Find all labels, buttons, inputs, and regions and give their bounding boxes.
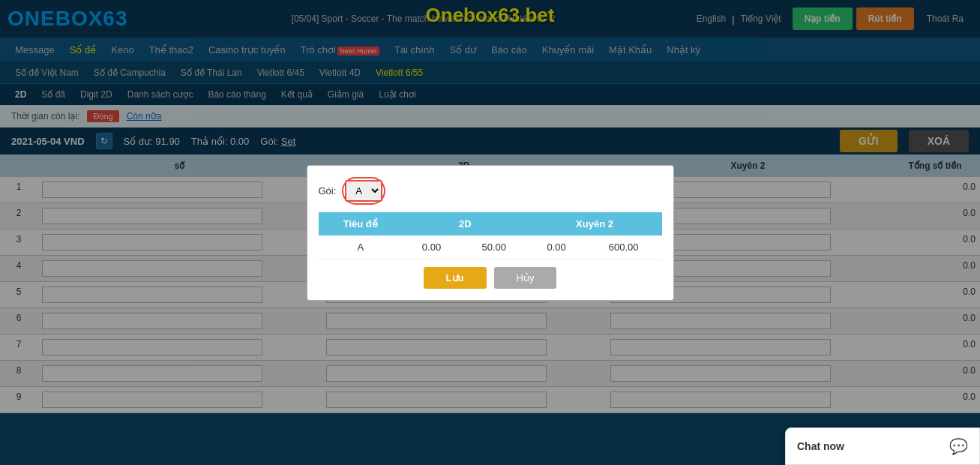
modal-header-row: Gói: A B C: [319, 177, 662, 205]
table-row: A 0.00 50.00 0.00 600.00: [319, 236, 662, 260]
modal-overlay: Gói: A B C Tiêu đề 2D Xuyên 2 A: [0, 0, 980, 413]
modal-col-xuyen2: Xuyên 2: [528, 212, 662, 236]
modal-col-2d: 2D: [403, 212, 528, 236]
modal-row-2d-1: 0.00: [403, 236, 460, 260]
modal-table: Tiêu đề 2D Xuyên 2 A 0.00 50.00 0.00 600…: [319, 212, 662, 260]
modal-row-xu-2: 600.00: [586, 236, 662, 260]
huy-button[interactable]: Hủy: [494, 267, 557, 289]
modal-row-label: A: [319, 236, 403, 260]
modal-actions: Lưu Hủy: [319, 267, 662, 289]
modal-goi-select[interactable]: A B C: [345, 180, 382, 202]
modal-select-wrapper: A B C: [342, 177, 385, 205]
modal-row-xu-1: 0.00: [528, 236, 586, 260]
modal-row-2d-2: 50.00: [460, 236, 527, 260]
modal: Gói: A B C Tiêu đề 2D Xuyên 2 A: [307, 165, 674, 301]
modal-goi-label: Gói:: [319, 185, 337, 196]
modal-col-tieude: Tiêu đề: [319, 212, 403, 236]
luu-button[interactable]: Lưu: [424, 267, 487, 289]
